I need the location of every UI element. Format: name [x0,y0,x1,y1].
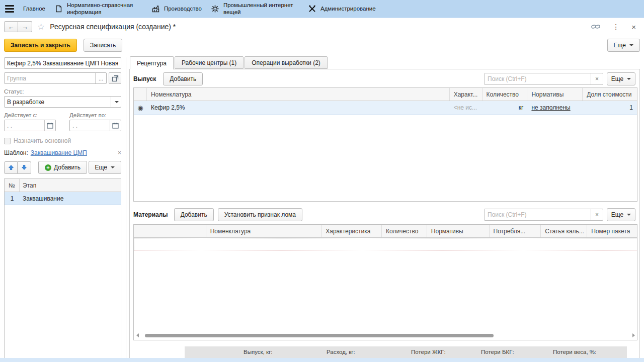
status-dropdown-button[interactable] [111,97,121,107]
search-clear-icon[interactable]: × [591,209,603,220]
group-field[interactable] [5,73,95,83]
plus-icon: + [45,164,51,171]
column-header-selector[interactable] [134,88,147,101]
column-header-num[interactable]: № [5,179,20,192]
materials-more-button[interactable]: Еще [607,208,635,221]
column-header-package-number[interactable]: Номер пакета [587,225,637,237]
chevron-down-icon [115,101,119,103]
output-search-input[interactable] [485,73,591,84]
panel-splitter[interactable] [126,57,126,358]
column-header-consumed[interactable]: Потребля... [490,225,541,237]
make-primary-label: Назначить основной [14,137,71,144]
column-header-costing-item[interactable]: Статья каль... [541,225,587,237]
column-header-standards[interactable]: Нормативы [527,88,583,101]
search-clear-icon[interactable]: × [591,73,603,84]
menu-item-administration[interactable]: Администрирование [308,5,376,13]
materials-section-title: Материалы [133,211,168,218]
tab-recipe[interactable]: Рецептура [130,56,174,69]
date-fields-row: . . . . [4,120,121,131]
valid-from-field[interactable]: . . [4,120,56,131]
set-scrap-flag-button[interactable]: Установить признак лома [218,208,302,221]
column-header-standards[interactable]: Нормативы [427,225,490,237]
chevron-down-icon [627,214,631,216]
materials-add-button[interactable]: Добавить [174,208,214,221]
make-primary-row: Назначить основной [4,137,121,144]
stage-row-name: Заквашивание [20,192,66,205]
calendar-icon[interactable] [44,120,55,131]
tab-work-centers[interactable]: Рабочие центры (1) [175,56,244,69]
document-icon [54,5,63,13]
column-header-nomenclature[interactable]: Номенклатура [147,88,450,101]
form-more-button[interactable]: Еще [607,39,640,52]
cell-cost-share: 1 [583,101,637,114]
menu-item-iot[interactable]: Промышленный интернет вещей [211,2,299,16]
menu-item-master-data[interactable]: Нормативно-справочная информация [54,2,142,16]
name-field[interactable] [4,57,121,69]
group-select-button[interactable]: ... [95,73,106,83]
output-table: Номенклатура Характ... Количество Нормат… [133,87,637,202]
make-primary-checkbox[interactable] [4,138,11,144]
cell-quantity-unit: кг [482,101,528,114]
output-table-row[interactable]: ◉ Кефир 2,5% <не ис... кг не заполнены 1 [134,101,637,115]
stage-row[interactable]: 1 Заквашивание [5,192,121,205]
output-add-button[interactable]: Добавить [163,72,203,85]
move-down-button[interactable] [18,161,31,174]
column-header-quantity[interactable]: Количество [382,225,427,237]
template-clear-icon[interactable]: × [118,149,121,156]
group-open-button[interactable] [109,72,121,84]
output-more-button[interactable]: Еще [607,72,635,85]
tab-operations[interactable]: Операции выработки (2) [245,56,328,69]
menu-label: Промышленный интернет вещей [223,2,299,16]
template-label: Шаблон: [4,149,28,156]
stages-more-button[interactable]: Еще [89,161,121,174]
column-header-quantity[interactable]: Количество [482,88,528,101]
scroll-left-icon[interactable] [135,332,140,338]
hamburger-icon[interactable] [5,5,14,13]
more-menu-icon[interactable]: ⋮ [612,23,619,30]
output-section-title: Выпуск [133,75,156,82]
titlebar: ← → ☆ Ресурсная спецификация (создание) … [0,18,644,35]
window-bottom-strip [0,358,644,362]
scroll-right-icon[interactable] [631,332,636,338]
materials-search-box: × [484,209,603,221]
column-header-nomenclature[interactable]: Номенклатура [206,225,322,237]
valid-to-value: . . [70,120,110,131]
window-controls: ⋮ × [591,23,636,31]
save-and-close-button[interactable]: Записать и закрыть [4,39,77,52]
close-icon[interactable]: × [631,23,636,31]
group-field-wrap: ... [4,72,107,84]
scrollbar-thumb[interactable] [145,334,494,337]
back-button[interactable]: ← [4,21,18,32]
template-link[interactable]: Заквашивание ЦМП [31,149,87,156]
stages-toolbar: + Добавить Еще [4,161,121,174]
menu-label: Администрирование [320,6,376,13]
materials-new-row[interactable] [134,238,637,250]
column-header-characteristic[interactable]: Характеристика [321,225,382,237]
radio-selected-icon[interactable]: ◉ [134,101,147,114]
menu-item-production[interactable]: Производство [151,5,202,13]
valid-to-field[interactable]: . . [69,120,121,131]
favorite-star-icon[interactable]: ☆ [37,22,45,32]
date-labels-row: Действует с: Действует по: [4,112,121,118]
save-button[interactable]: Записать [84,39,122,52]
main-menubar: Главное Нормативно-справочная информация… [0,0,644,18]
move-up-button[interactable] [4,161,18,174]
add-stage-button[interactable]: + Добавить [38,161,87,174]
menu-item-main[interactable]: Главное [23,6,45,13]
calendar-icon[interactable] [110,120,121,131]
menu-label: Главное [23,6,45,13]
cell-standards-link[interactable]: не заполнены [527,101,583,114]
materials-search-input[interactable] [485,209,591,220]
column-header-stage[interactable]: Этап [20,179,121,192]
status-select[interactable]: В разработке [4,96,121,108]
column-header-cost-share[interactable]: Доля стоимости [583,88,637,101]
forward-button[interactable]: → [18,21,32,32]
column-header-characteristic[interactable]: Характ... [450,88,482,101]
column-header-blank[interactable] [134,225,206,237]
more-label: Еще [611,75,623,82]
output-table-header: Номенклатура Характ... Количество Нормат… [134,88,637,101]
get-link-icon[interactable] [591,23,600,30]
total-consumption-label: Расход, кг: [327,349,355,355]
scrollbar-track[interactable] [140,333,631,338]
total-bkg-loss-label: Потери БКГ: [481,349,514,355]
